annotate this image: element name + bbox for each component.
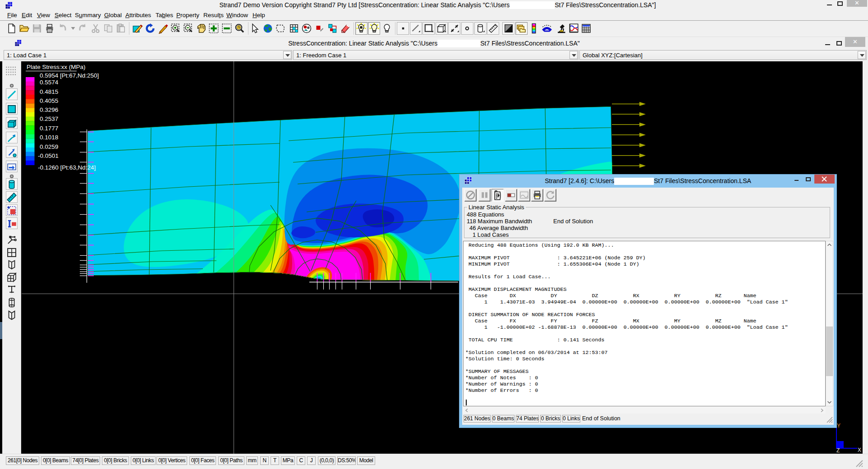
svg-text:0.4815: 0.4815 <box>40 88 58 95</box>
svg-text:Z: Z <box>836 447 840 454</box>
svg-text:X: X <box>858 447 861 453</box>
svg-text:0.5954 [Pt:67,Nd:250]: 0.5954 [Pt:67,Nd:250] <box>40 72 99 79</box>
svg-text:0.3296: 0.3296 <box>40 106 58 113</box>
svg-text:0.1777: 0.1777 <box>40 125 58 132</box>
svg-text:-0.1260 [Pt:63,Nd:24]: -0.1260 [Pt:63,Nd:24] <box>38 164 96 171</box>
svg-text:0.2537: 0.2537 <box>40 115 58 122</box>
svg-text:0.1018: 0.1018 <box>40 134 58 141</box>
svg-text:0.4055: 0.4055 <box>40 97 58 104</box>
svg-text:0.5574: 0.5574 <box>40 79 59 86</box>
svg-text:Y: Y <box>837 423 840 429</box>
svg-text:-0.0501: -0.0501 <box>38 152 59 159</box>
svg-text:0.0259: 0.0259 <box>40 143 58 150</box>
svg-text:Plate Stress:xx (MPa): Plate Stress:xx (MPa) <box>27 64 86 70</box>
